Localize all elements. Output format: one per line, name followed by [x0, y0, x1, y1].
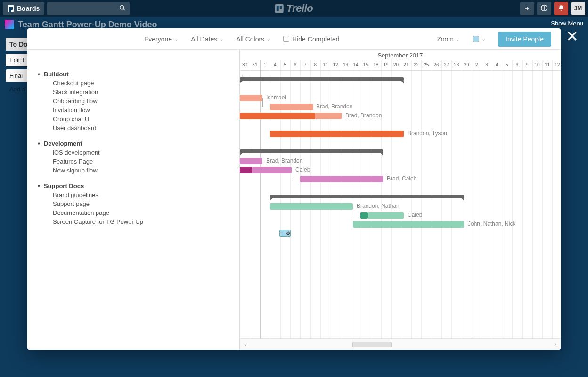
assignee-label: Brandon, Nathan: [357, 203, 400, 209]
app-header: Boards Trello ＋ ⓘ JM: [0, 0, 588, 17]
gantt-modal: Everyone⌵ All Dates⌵ All Colors⌵ Hide Co…: [27, 28, 561, 350]
summary-bar-support[interactable]: [270, 195, 464, 198]
task-bar[interactable]: [360, 212, 368, 219]
close-button[interactable]: ✕: [566, 27, 579, 45]
plus-icon: ＋: [524, 4, 531, 13]
horizontal-scrollbar[interactable]: ‹ ›: [240, 338, 561, 350]
user-avatar[interactable]: JM: [571, 2, 585, 15]
task-row[interactable]: Onboarding flow: [37, 97, 239, 106]
task-row[interactable]: Checkout page: [37, 79, 239, 88]
timeline[interactable]: September 2017 3031145678111213141518192…: [239, 50, 561, 350]
notifications-button[interactable]: [554, 2, 568, 15]
move-cursor-icon: ✥: [286, 230, 290, 237]
task-bar[interactable]: [270, 203, 353, 210]
assignee-label: Ishmael: [266, 94, 286, 101]
zoom-control[interactable]: Zoom⌵: [437, 35, 459, 43]
chevron-down-icon: ⌵: [457, 36, 459, 41]
invite-people-button[interactable]: Invite People: [498, 32, 551, 47]
info-icon: ⓘ: [541, 4, 547, 13]
filter-everyone[interactable]: Everyone⌵: [144, 35, 178, 43]
chevron-down-icon: ⌵: [267, 36, 270, 41]
search-input[interactable]: [47, 2, 130, 15]
task-bar[interactable]: [353, 221, 464, 228]
svg-point-0: [120, 5, 124, 9]
gantt-area: ▼Buildout Checkout page Slack integratio…: [27, 50, 561, 350]
group-header-development[interactable]: ▼Development: [37, 140, 239, 147]
task-row[interactable]: Slack integration: [37, 88, 239, 97]
color-swatch-icon: [473, 36, 479, 42]
assignee-label: Brad, Brandon: [345, 112, 382, 119]
filter-dates[interactable]: All Dates⌵: [191, 35, 223, 43]
task-sidebar: ▼Buildout Checkout page Slack integratio…: [27, 50, 239, 350]
trello-logo-icon: [275, 4, 284, 13]
summary-bar-buildout[interactable]: [240, 77, 404, 81]
color-picker[interactable]: ⌵: [473, 36, 485, 42]
collapse-icon: ▼: [37, 184, 41, 188]
boards-button[interactable]: Boards: [3, 2, 44, 15]
group-header-buildout[interactable]: ▼Buildout: [37, 71, 239, 78]
filter-colors[interactable]: All Colors⌵: [236, 35, 270, 43]
add-button[interactable]: ＋: [520, 2, 534, 15]
task-bar[interactable]: [270, 131, 404, 137]
gantt-bars: Ishmael Brad, Brandon Brad, Brandon Bran…: [240, 76, 561, 238]
group-header-support[interactable]: ▼Support Docs: [37, 182, 239, 189]
scroll-left-button[interactable]: ‹: [240, 341, 251, 348]
task-row[interactable]: Support page: [37, 199, 239, 208]
scroll-right-button[interactable]: ›: [549, 341, 561, 348]
task-bar[interactable]: [368, 212, 404, 219]
task-row[interactable]: Group chat UI: [37, 115, 239, 123]
scroll-track[interactable]: [251, 342, 549, 347]
task-bar[interactable]: [240, 95, 262, 101]
info-button[interactable]: ⓘ: [537, 2, 551, 15]
chevron-down-icon: ⌵: [220, 36, 223, 41]
svg-line-1: [123, 8, 125, 10]
collapse-icon: ▼: [37, 141, 41, 146]
gantt-toolbar: Everyone⌵ All Dates⌵ All Colors⌵ Hide Co…: [27, 28, 561, 50]
assignee-label: Brandon, Tyson: [408, 130, 447, 137]
task-bar[interactable]: [240, 158, 262, 164]
checkbox-icon: [283, 36, 289, 42]
task-row[interactable]: Documentation page: [37, 208, 239, 217]
boards-icon: [8, 5, 14, 12]
search-icon: [119, 5, 126, 13]
task-bar[interactable]: [300, 176, 383, 182]
task-bar[interactable]: [270, 104, 313, 110]
task-bar[interactable]: [240, 113, 315, 119]
assignee-label: Brad, Caleb: [387, 175, 416, 182]
task-row[interactable]: Features Page: [37, 157, 239, 166]
task-row[interactable]: iOS development: [37, 148, 239, 157]
hide-completed-toggle[interactable]: Hide Completed: [283, 35, 339, 43]
show-menu-link[interactable]: Show Menu: [551, 20, 583, 27]
trello-logo: Trello: [275, 2, 313, 15]
task-row[interactable]: New signup flow: [37, 166, 239, 175]
assignee-label: John, Nathan, Nick: [468, 221, 515, 227]
chevron-down-icon: ⌵: [482, 36, 485, 41]
collapse-icon: ▼: [37, 72, 41, 77]
assignee-label: Caleb: [295, 166, 310, 173]
month-label: September 2017: [240, 52, 561, 59]
assignee-label: Brad, Brandon: [266, 157, 302, 164]
user-initials: JM: [574, 5, 582, 12]
board-color-icon: [5, 20, 14, 29]
scroll-thumb[interactable]: [352, 342, 391, 347]
assignee-label: Caleb: [408, 212, 422, 218]
task-bar[interactable]: [252, 167, 292, 173]
task-row[interactable]: User dashboard: [37, 123, 239, 132]
chevron-down-icon: ⌵: [175, 36, 178, 41]
assignee-label: Brad, Brandon: [316, 103, 352, 110]
boards-label: Boards: [17, 5, 40, 12]
trello-logo-text: Trello: [286, 2, 313, 15]
close-icon: ✕: [566, 28, 579, 45]
bell-icon: [558, 5, 564, 13]
task-row[interactable]: Invitation flow: [37, 106, 239, 115]
summary-bar-development[interactable]: [240, 149, 383, 153]
task-bar[interactable]: [240, 167, 252, 173]
task-row[interactable]: Screen Capture for TG Power Up: [37, 217, 239, 226]
task-bar[interactable]: [315, 113, 342, 119]
task-row[interactable]: Brand guidelines: [37, 190, 239, 199]
